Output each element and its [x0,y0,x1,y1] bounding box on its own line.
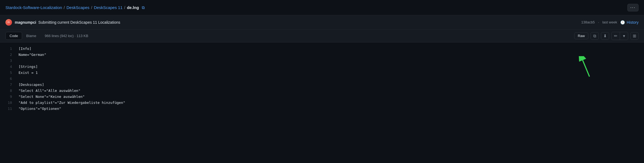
copy-path-icon[interactable]: ⧉ [142,5,145,10]
code-content: [Info]Name="German"[Strings]Exist = 1[De… [16,43,644,163]
edit-button-group: ✏ ▾ [611,32,628,40]
line-number: 8 [4,88,12,94]
code-line: "Add to playlist"="Zur Wiedergabeliste h… [19,100,642,106]
code-area: 1234567891011 [Info]Name="German"[String… [0,43,644,163]
blame-tab[interactable]: Blame [22,32,40,40]
commit-bar: m magnumpci Submitting current DeskScape… [0,15,644,29]
commit-author[interactable]: magnumpci [15,20,36,25]
history-button[interactable]: 🕐 History [620,20,639,25]
breadcrumb-file: de.lng [127,5,139,10]
line-number: 5 [4,70,12,76]
code-line: [Info] [19,46,642,52]
code-line: [Strings] [19,64,642,70]
code-line: "Select None"="Keine auswählen" [19,94,642,100]
line-number: 3 [4,58,12,64]
line-numbers: 1234567891011 [0,43,16,163]
breadcrumb-separator-2: / [91,5,92,10]
commit-hash[interactable]: 138acb5 [581,20,595,24]
commit-time-label: last week [602,20,617,24]
avatar: m [5,19,12,26]
history-label: History [627,20,639,25]
code-line: "Select All"="Alle auswählen" [19,88,642,94]
breadcrumb-subfolder[interactable]: DeskScapes 11 [94,5,122,10]
breadcrumb-separator-1: / [64,5,65,10]
file-stats: 966 lines (942 loc) · 113 KB [45,34,88,38]
breadcrumb-org[interactable]: Stardock-Software-Localization [5,5,62,10]
code-tab[interactable]: Code [5,32,22,40]
code-line: Name="German" [19,52,642,58]
code-line: "Options"="Optionen" [19,106,642,112]
edit-dropdown-button[interactable]: ▾ [620,32,628,40]
breadcrumb-bar: Stardock-Software-Localization / DeskSca… [0,0,644,15]
more-options-button[interactable]: ··· [627,4,639,11]
breadcrumb-separator-3: / [124,5,125,10]
line-number: 1 [4,46,12,52]
code-line [19,58,642,64]
line-number: 11 [4,106,12,112]
code-line: Exist = 1 [19,70,642,76]
code-line [19,76,642,82]
commit-meta: 138acb5 · last week 🕐 History [581,20,639,25]
commit-message: Submitting current DeskScapes 11 Localiz… [38,20,120,25]
copy-file-button[interactable]: ⧉ [591,32,599,40]
line-number: 9 [4,94,12,100]
code-line: [Deskscapes] [19,82,642,88]
commit-time: · [598,20,599,24]
file-toolbar: Code Blame 966 lines (942 loc) · 113 KB … [0,29,644,43]
breadcrumb-repo[interactable]: DeskScapes [67,5,89,10]
line-number: 7 [4,82,12,88]
symbols-button[interactable]: ⊞ [630,32,639,40]
clock-icon: 🕐 [620,20,625,25]
edit-button[interactable]: ✏ [612,32,620,40]
download-button[interactable]: ⬇ [601,32,609,40]
line-number: 4 [4,64,12,70]
line-number: 6 [4,76,12,82]
line-number: 10 [4,100,12,106]
line-number: 2 [4,52,12,58]
toolbar-actions: Raw ⧉ ⬇ ✏ ▾ ⊞ [574,32,639,40]
raw-button[interactable]: Raw [574,32,588,39]
